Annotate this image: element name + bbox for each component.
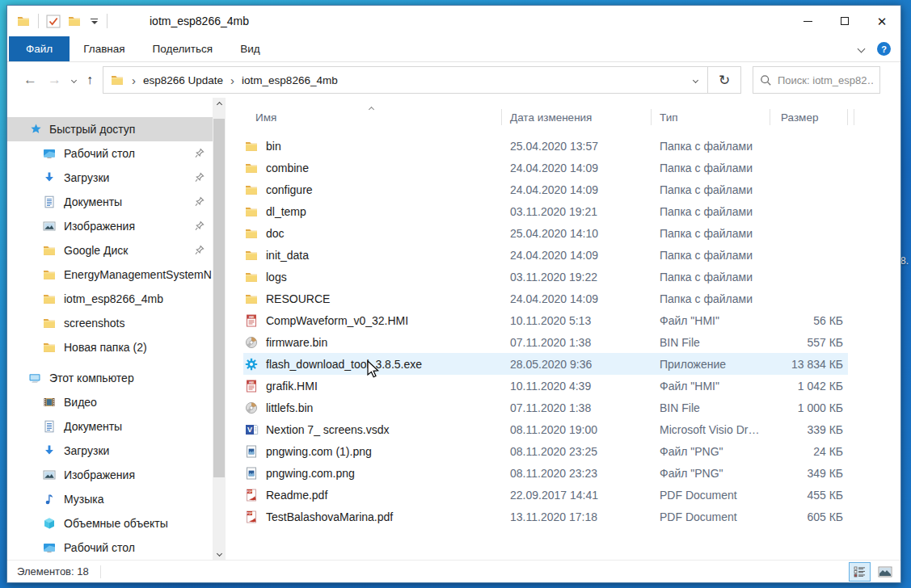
tab-home[interactable]: Главная [70,36,138,61]
up-button[interactable]: ↑ [86,73,93,87]
sidebar-item-label: Загрузки [64,171,109,184]
file-row[interactable]: pngwing.com.png08.11.2020 23:23Файл "PNG… [243,462,848,484]
scrollbar-thumb[interactable] [213,119,225,477]
sidebar-item[interactable]: Загрузки [7,166,213,190]
file-row[interactable]: init_data24.04.2020 14:09Папка с файлами [243,244,848,266]
file-type: Файл "HMI" [652,314,770,327]
file-row[interactable]: firmware.bin07.11.2020 1:38BIN File557 К… [243,331,848,353]
file-date: 24.04.2020 14:09 [502,292,652,305]
sidebar-item[interactable]: Новая папка (2) [7,335,213,359]
ribbon-expand-icon[interactable] [858,45,866,53]
file-date: 24.04.2020 14:09 [502,249,652,262]
column-headers: Имя Дата изменения Тип Размер [243,106,900,128]
details-view-button[interactable] [849,562,871,582]
tab-share[interactable]: Поделиться [139,36,227,61]
sidebar-item[interactable]: Загрузки [7,439,213,463]
file-size: 339 КБ [770,423,848,436]
pc-icon [28,372,42,384]
file-type: Папка с файлами [652,292,770,305]
toolbar-separator [38,14,39,28]
file-row[interactable]: PDFReadme.pdf22.09.2017 14:41PDF Documen… [243,484,848,506]
pdf-file-icon: PDF [245,489,259,502]
file-name: CompWaveform_v0_32.HMI [266,314,408,327]
refresh-button[interactable]: ↻ [708,67,740,93]
column-header-type[interactable]: Тип [652,109,770,125]
sidebar-item[interactable]: Изображения [7,214,213,238]
sidebar-item[interactable]: Музыка [7,487,213,511]
toolbar-dropdown-icon[interactable] [89,19,99,24]
tab-view[interactable]: Вид [226,36,273,61]
scrollbar-track[interactable] [213,111,226,547]
breadcrumb-item[interactable]: esp8266 Update [143,74,223,86]
file-date: 08.11.2020 23:23 [502,467,652,480]
file-date: 25.04.2020 14:10 [502,227,652,240]
desktop-icon-label-fragment: 8. [900,255,909,267]
bin-file-icon [245,336,259,349]
file-row[interactable]: VNextion 7_ screens.vsdx08.11.2020 19:00… [243,418,848,440]
forward-button[interactable]: → [48,72,61,88]
search-input[interactable] [778,74,873,86]
close-button[interactable]: ✕ [863,6,900,36]
scroll-up-icon[interactable] [213,98,226,111]
sidebar-item[interactable]: Объемные объекты [7,511,213,536]
file-row[interactable]: bin25.04.2020 13:57Папка с файлами [243,135,848,157]
tab-file[interactable]: Файл [9,36,70,61]
sidebar-item[interactable]: Документы [7,414,213,439]
sidebar-item-label: iotm_esp8266_4mb [64,292,163,305]
file-row[interactable]: HMIgrafik.HMI10.11.2020 4:39Файл "HMI"1 … [243,375,848,397]
address-dropdown-button[interactable] [683,67,707,93]
minimize-button[interactable] [789,6,826,36]
file-row[interactable]: littlefs.bin07.11.2020 1:38BIN File1 000… [243,397,848,418]
file-row[interactable]: configure24.04.2020 14:09Папка с файлами [243,178,848,200]
sidebar-item[interactable]: Google Диск [7,238,213,262]
sidebar-item[interactable]: Видео [7,390,213,414]
file-type: Файл "PNG" [652,445,770,458]
recent-locations-icon[interactable] [71,77,77,82]
file-row[interactable]: flash_download_tool_3.8.5.exe28.05.2020 … [243,353,848,375]
file-row[interactable]: doc25.04.2020 14:10Папка с файлами [243,222,848,244]
thumbnails-view-icon [878,566,892,578]
sidebar-item[interactable]: Этот компьютер [7,366,213,390]
file-list-pane: Имя Дата изменения Тип Размер bin25.04.2… [226,98,900,560]
column-header-date[interactable]: Дата изменения [502,109,652,125]
file-type: Файл "PNG" [652,467,770,480]
maximize-button[interactable] [826,6,863,36]
sidebar-item[interactable]: Рабочий стол [7,536,213,560]
file-size: 605 КБ [770,510,848,523]
svg-text:V: V [247,426,252,434]
file-type: Папка с файлами [652,162,770,174]
back-button[interactable]: ← [23,72,37,88]
sidebar-item[interactable]: screenshots [7,311,213,335]
file-name: logs [266,271,287,284]
sidebar-item[interactable]: Документы [7,190,213,214]
file-row[interactable]: PDFTestBalashovaMarina.pdf13.11.2020 17:… [243,506,848,527]
pin-icon [195,196,205,209]
file-row[interactable]: HMICompWaveform_v0_32.HMI10.11.2020 5:13… [243,309,848,331]
folder-icon [245,292,259,305]
sidebar-item[interactable]: EnergyManagementSystemN [7,262,213,287]
file-row[interactable]: logs03.11.2020 19:22Папка с файлами [243,266,848,288]
downloads-icon [43,444,57,457]
help-icon[interactable]: ? [877,42,891,56]
scroll-down-icon[interactable] [213,547,226,560]
breadcrumb-item[interactable]: iotm_esp8266_4mb [242,74,338,86]
address-bar[interactable]: › esp8266 Update › iotm_esp8266_4mb ↻ [103,66,741,94]
visio-file-icon: V [245,423,259,436]
file-type: Папка с файлами [652,227,770,240]
file-row[interactable]: pngwing.com (1).png08.11.2020 23:25Файл … [243,440,848,462]
file-name: flash_download_tool_3.8.5.exe [266,358,422,371]
sidebar-item[interactable]: Изображения [7,463,213,487]
checkmark-icon[interactable] [46,15,61,28]
file-name: grafik.HMI [266,380,318,393]
sidebar-scrollbar[interactable] [213,98,226,560]
file-row[interactable]: RESOURCE24.04.2020 14:09Папка с файлами [243,288,848,309]
sidebar-item[interactable]: iotm_esp8266_4mb [7,287,213,311]
sidebar-item[interactable]: Рабочий стол [7,141,213,166]
file-row[interactable]: combine24.04.2020 14:09Папка с файлами [243,157,848,178]
folder-icon[interactable] [68,15,82,27]
column-header-size[interactable]: Размер [770,109,848,125]
folder-icon [17,15,31,27]
file-row[interactable]: dl_temp03.11.2020 19:21Папка с файлами [243,200,848,222]
sidebar-item[interactable]: Быстрый доступ [7,117,213,141]
thumbnails-view-button[interactable] [874,562,896,582]
